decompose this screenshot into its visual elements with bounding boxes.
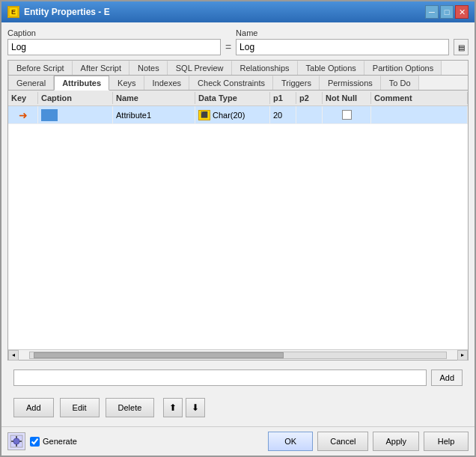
cell-comment bbox=[371, 106, 468, 123]
add-inline-button[interactable]: Add bbox=[431, 369, 463, 386]
tab-row-2: General Attributes Keys Indexes Check Co… bbox=[8, 76, 468, 91]
dialog-content: Caption = Name ▤ Before Script After Scr… bbox=[1, 22, 475, 426]
cell-p1: 20 bbox=[270, 106, 296, 123]
name-group: Name bbox=[236, 28, 449, 55]
ok-button[interactable]: OK bbox=[268, 432, 313, 451]
new-attribute-input[interactable] bbox=[13, 369, 427, 386]
maximize-button[interactable]: □ bbox=[440, 5, 454, 19]
col-header-p1: p1 bbox=[270, 92, 296, 104]
tab-todo[interactable]: To Do bbox=[381, 76, 419, 90]
edit-button[interactable]: Edit bbox=[60, 398, 100, 417]
col-header-notnull: Not Null bbox=[323, 92, 371, 104]
generate-label[interactable]: Generate bbox=[30, 437, 77, 447]
svg-text:E: E bbox=[11, 8, 16, 16]
col-header-caption: Caption bbox=[38, 92, 113, 104]
col-header-key: Key bbox=[8, 92, 38, 104]
title-bar: E Entity Properties - E ─ □ ✕ bbox=[1, 1, 475, 22]
tab-permissions[interactable]: Permissions bbox=[320, 76, 381, 90]
tab-triggers[interactable]: Triggers bbox=[273, 76, 320, 90]
horizontal-scrollbar-area: ◂ ▸ bbox=[8, 349, 468, 360]
tab-sql-preview[interactable]: SQL Preview bbox=[168, 61, 232, 75]
datatype-icon: ⬛ bbox=[198, 110, 210, 120]
add-row-section: Add bbox=[7, 365, 469, 390]
cell-datatype: ⬛ Char(20) bbox=[195, 106, 270, 123]
tab-general[interactable]: General bbox=[8, 76, 54, 90]
equals-sign: = bbox=[225, 41, 231, 53]
tab-relationships[interactable]: Relationships bbox=[232, 61, 298, 75]
caption-input[interactable] bbox=[7, 39, 221, 55]
delete-button[interactable]: Delete bbox=[106, 398, 155, 417]
generate-checkbox[interactable] bbox=[30, 437, 40, 447]
scrollbar-thumb bbox=[34, 352, 284, 358]
close-button[interactable]: ✕ bbox=[455, 5, 469, 19]
caption-name-row: Caption = Name ▤ bbox=[7, 28, 469, 55]
move-up-button[interactable]: ⬆ bbox=[163, 398, 183, 417]
tab-table-options[interactable]: Table Options bbox=[298, 61, 364, 75]
notnull-checkbox[interactable] bbox=[342, 110, 352, 120]
selected-cell-highlight bbox=[41, 109, 58, 121]
cell-p2 bbox=[296, 106, 323, 123]
footer-left: Generate bbox=[7, 432, 77, 450]
tab-check-constraints[interactable]: Check Constraints bbox=[189, 76, 273, 90]
name-input[interactable] bbox=[236, 39, 449, 55]
tab-indexes[interactable]: Indexes bbox=[144, 76, 190, 90]
generate-text: Generate bbox=[43, 437, 77, 446]
horizontal-scrollbar[interactable] bbox=[29, 352, 447, 359]
main-window: E Entity Properties - E ─ □ ✕ Caption = … bbox=[0, 0, 476, 457]
action-buttons: Add Edit Delete ⬆ ⬇ bbox=[7, 395, 469, 420]
title-bar-left: E Entity Properties - E bbox=[7, 6, 110, 18]
window-controls: ─ □ ✕ bbox=[425, 5, 469, 19]
col-header-datatype: Data Type bbox=[195, 92, 270, 104]
tabs-container: Before Script After Script Notes SQL Pre… bbox=[7, 60, 469, 361]
cell-notnull bbox=[323, 106, 371, 123]
cancel-button[interactable]: Cancel bbox=[317, 432, 368, 451]
caption-label: Caption bbox=[7, 28, 221, 37]
app-icon: E bbox=[7, 6, 19, 18]
apply-button[interactable]: Apply bbox=[373, 432, 419, 451]
help-button[interactable]: Help bbox=[424, 432, 469, 451]
tab-attributes[interactable]: Attributes bbox=[54, 76, 109, 91]
tab-after-script[interactable]: After Script bbox=[73, 61, 129, 75]
svg-point-3 bbox=[13, 438, 19, 444]
tab-keys[interactable]: Keys bbox=[109, 76, 144, 90]
window-title: Entity Properties - E bbox=[24, 7, 110, 17]
col-header-comment: Comment bbox=[371, 92, 468, 104]
table-header: Key Caption Name Data Type p1 p2 Not Nul… bbox=[8, 91, 468, 106]
dialog-footer: Generate OK Cancel Apply Help bbox=[1, 426, 475, 456]
table-body: ➜ Attribute1 ⬛ Char(20) 20 bbox=[8, 106, 468, 349]
tab-partition-options[interactable]: Partition Options bbox=[364, 61, 442, 75]
cell-caption bbox=[38, 106, 113, 123]
scroll-left-button[interactable]: ◂ bbox=[8, 350, 19, 361]
col-header-name: Name bbox=[113, 92, 195, 104]
footer-right: OK Cancel Apply Help bbox=[268, 432, 469, 451]
scroll-right-button[interactable]: ▸ bbox=[457, 350, 468, 361]
name-label: Name bbox=[236, 28, 449, 37]
table-row[interactable]: ➜ Attribute1 ⬛ Char(20) 20 bbox=[8, 106, 468, 124]
move-down-button[interactable]: ⬇ bbox=[186, 398, 205, 417]
minimize-button[interactable]: ─ bbox=[425, 5, 439, 19]
row-arrow-icon: ➜ bbox=[19, 109, 28, 121]
copy-name-button[interactable]: ▤ bbox=[454, 39, 469, 55]
col-header-p2: p2 bbox=[296, 92, 323, 104]
tab-before-script[interactable]: Before Script bbox=[8, 61, 73, 75]
cell-name: Attribute1 bbox=[113, 106, 195, 123]
caption-group: Caption bbox=[7, 28, 221, 55]
add-button[interactable]: Add bbox=[13, 398, 54, 417]
tab-notes[interactable]: Notes bbox=[129, 61, 168, 75]
tab-row-1: Before Script After Script Notes SQL Pre… bbox=[8, 61, 468, 76]
generate-icon bbox=[7, 432, 25, 450]
cell-key: ➜ bbox=[8, 106, 38, 123]
